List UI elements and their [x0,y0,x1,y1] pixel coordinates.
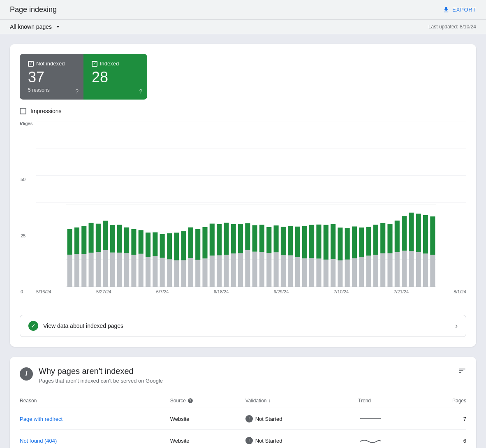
last-updated: Last updated: 8/10/24 [428,24,476,30]
svg-rect-50 [217,255,222,287]
svg-rect-80 [324,260,329,287]
svg-rect-12 [81,254,86,287]
svg-rect-56 [238,253,243,287]
svg-rect-101 [395,221,400,252]
svg-rect-48 [210,255,215,287]
svg-rect-33 [153,232,157,256]
svg-rect-15 [89,223,94,253]
svg-rect-98 [387,253,392,287]
why-not-indexed-card: i Why pages aren't indexed Pages that ar… [10,357,476,448]
svg-rect-74 [302,258,307,287]
svg-rect-82 [331,259,336,287]
svg-rect-31 [146,232,150,257]
svg-rect-59 [245,223,250,251]
warning-icon: ! [245,415,253,422]
svg-rect-44 [195,260,200,287]
svg-rect-22 [117,253,122,287]
svg-rect-26 [131,255,136,287]
col-reason-header: Reason [20,398,170,404]
pages-cell: 6 [433,438,466,444]
table-row: Page with redirect Website ! Not Started… [20,408,466,430]
svg-rect-66 [274,252,279,287]
svg-rect-27 [131,229,136,255]
x-axis-labels: 5/16/24 5/27/24 6/7/24 6/18/24 6/29/24 7… [36,287,466,294]
trend-cell [358,436,433,446]
svg-rect-17 [96,224,101,252]
source-help-icon[interactable] [187,398,193,404]
svg-rect-30 [146,257,150,287]
indexed-count: 28 [92,70,139,85]
validation-cell: ! Not Started [245,415,358,422]
filter-rows-icon[interactable] [458,367,466,377]
svg-rect-25 [124,227,129,253]
svg-rect-54 [231,253,236,287]
svg-rect-110 [430,255,435,287]
svg-rect-71 [288,226,293,255]
svg-rect-93 [366,227,371,255]
svg-rect-29 [139,230,143,253]
filter-dropdown[interactable]: All known pages [10,23,62,30]
svg-rect-42 [188,258,193,287]
reason-cell[interactable]: Page with redirect [20,416,170,422]
source-cell: Website [170,416,245,422]
svg-rect-68 [281,255,286,287]
svg-rect-89 [352,227,357,258]
svg-rect-88 [352,258,357,287]
validation-cell: ! Not Started [245,437,358,444]
svg-rect-84 [338,260,343,287]
svg-rect-10 [74,254,79,287]
svg-rect-67 [274,225,279,252]
svg-rect-92 [366,255,371,287]
svg-rect-102 [402,251,407,287]
svg-rect-83 [331,224,336,259]
svg-rect-107 [416,214,421,252]
svg-rect-41 [181,231,186,260]
chevron-down-icon [54,23,62,30]
svg-rect-111 [430,216,435,255]
sub-bar: All known pages Last updated: 8/10/24 [0,20,486,34]
svg-rect-65 [266,227,271,253]
col-trend-header: Trend [358,398,433,404]
not-indexed-help-icon[interactable]: ? [75,88,79,95]
sort-arrow-icon[interactable]: ↓ [268,398,271,404]
svg-rect-96 [380,253,385,287]
info-icon: i [20,367,33,381]
svg-rect-11 [74,227,79,254]
svg-rect-49 [210,224,215,256]
not-indexed-checkbox: ✓ [28,61,34,67]
svg-rect-13 [81,226,86,254]
view-indexed-pages-button[interactable]: ✓ View data about indexed pages › [20,315,466,337]
trend-cell [358,414,433,424]
chart-container: Pages 75 50 25 0 [20,121,466,306]
reason-cell[interactable]: Not found (404) [20,438,170,444]
y-axis-labels: 75 50 25 0 [21,121,25,294]
svg-rect-19 [103,221,108,250]
svg-rect-91 [359,227,364,257]
svg-rect-69 [281,227,286,255]
bar-chart-rendered [36,204,466,287]
svg-rect-46 [202,258,207,287]
svg-rect-8 [67,255,72,287]
indexed-help-icon[interactable]: ? [139,88,142,95]
pages-cell: 7 [433,416,466,422]
top-bar: Page indexing EXPORT [0,0,486,20]
page-title: Page indexing [10,5,57,14]
svg-rect-94 [373,255,378,287]
summary-tiles: ✓ Not indexed 37 5 reasons ? ✓ Indexed 2… [20,54,147,100]
svg-rect-45 [195,229,200,260]
chevron-right-icon: › [455,322,458,330]
svg-rect-63 [259,225,264,252]
svg-rect-104 [409,251,414,287]
svg-rect-57 [238,224,243,253]
indexed-checkbox: ✓ [92,61,97,67]
svg-rect-105 [409,213,414,251]
svg-rect-97 [380,223,385,253]
svg-rect-51 [217,224,222,255]
svg-rect-32 [153,256,157,287]
not-indexed-tile: ✓ Not indexed 37 5 reasons ? [20,54,83,100]
export-button[interactable]: EXPORT [442,6,476,14]
svg-rect-55 [231,224,236,253]
impressions-checkbox[interactable] [20,108,26,114]
impressions-row: Impressions [20,108,466,114]
svg-rect-16 [96,252,101,287]
